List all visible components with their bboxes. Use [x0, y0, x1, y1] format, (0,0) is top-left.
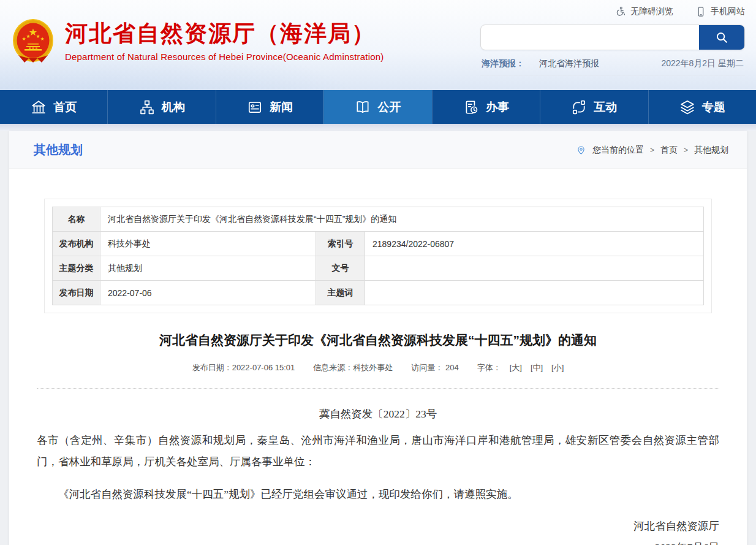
info-label-pubdate: 发布日期: [53, 281, 100, 305]
search-button[interactable]: [699, 25, 744, 50]
info-value-publisher: 科技外事处: [100, 232, 316, 256]
table-row: 主题分类 其他规划 文号: [53, 256, 704, 281]
open-book-icon: [355, 99, 371, 115]
national-emblem-icon: ★ ★ ★ ★ ★: [11, 17, 55, 67]
location-pin-icon: [576, 145, 586, 155]
nav-item-org[interactable]: 机构: [107, 90, 215, 124]
meta-visits-count: 204: [445, 363, 459, 372]
wheelchair-icon: [615, 6, 626, 17]
accessibility-link[interactable]: 无障碍浏览: [615, 6, 673, 17]
info-label-docnum: 文号: [316, 256, 365, 281]
forecast-link[interactable]: 河北省海洋预报: [539, 58, 599, 68]
info-value-name: 河北省自然资源厅关于印发《河北省自然资源科技发展“十四五”规划》的通知: [100, 207, 704, 232]
article-paragraph: 各市（含定州、辛集市）自然资源和规划局，秦皇岛、沧州市海洋和渔业局，唐山市海洋口…: [37, 430, 719, 473]
document-info-box: 名称 河北省自然资源厅关于印发《河北省自然资源科技发展“十四五”规划》的通知 发…: [44, 199, 712, 313]
main-nav: 首页 机构 新闻 公开 办事 互动 专题: [0, 90, 756, 124]
info-label-name: 名称: [53, 207, 100, 232]
breadcrumb-separator: >: [684, 146, 688, 154]
font-size-medium-button[interactable]: [中]: [531, 362, 543, 373]
article-signature-date: 2022年7月6日: [37, 537, 719, 545]
document-info-table: 名称 河北省自然资源厅关于印发《河北省自然资源科技发展“十四五”规划》的通知 发…: [52, 207, 704, 305]
breadcrumb: 您当前的位置 > 首页 > 其他规划: [576, 145, 728, 156]
nav-item-news[interactable]: 新闻: [216, 90, 323, 124]
meta-publish-date: 发布日期：2022-07-06 15:01: [192, 362, 295, 373]
nav-item-services[interactable]: 办事: [432, 90, 540, 124]
article-meta: 发布日期：2022-07-06 15:01 信息来源：科技外事处 访问量： 20…: [37, 362, 719, 373]
article-signature: 河北省自然资源厅: [37, 516, 719, 537]
breadcrumb-link-home[interactable]: 首页: [660, 145, 678, 156]
search-icon: [715, 31, 728, 44]
table-row: 发布日期 2022-07-06 主题词: [53, 281, 704, 305]
article-body: 冀自然资发〔2022〕23号 各市（含定州、辛集市）自然资源和规划局，秦皇岛、沧…: [37, 403, 719, 545]
nav-item-interact[interactable]: 互动: [540, 90, 648, 124]
article-title: 河北省自然资源厅关于印发《河北省自然资源科技发展“十四五”规划》的通知: [43, 332, 713, 349]
services-icon: [463, 99, 479, 115]
search-input[interactable]: [481, 25, 699, 50]
meta-divider: [37, 388, 719, 389]
nav-item-home[interactable]: 首页: [0, 90, 107, 124]
font-size-small-button[interactable]: [小]: [551, 362, 564, 373]
svg-text:★: ★: [40, 36, 44, 42]
info-value-category: 其他规划: [100, 256, 316, 281]
page-title: 其他规划: [34, 142, 83, 158]
news-icon: [247, 99, 263, 115]
table-row: 发布机构 科技外事处 索引号 2189234/2022-06807: [53, 232, 704, 256]
breadcrumb-location-label: 您当前的位置: [592, 145, 644, 156]
info-value-docnum: [365, 256, 704, 281]
nav-item-public[interactable]: 公开: [323, 90, 431, 124]
home-icon: [31, 99, 47, 115]
mobile-site-link[interactable]: 手机网站: [695, 6, 745, 17]
info-value-pubdate: 2022-07-06: [100, 281, 316, 305]
layers-icon: [679, 99, 695, 115]
search-bar: [480, 25, 745, 50]
svg-text:★: ★: [26, 34, 30, 39]
table-row: 名称 河北省自然资源厅关于印发《河北省自然资源科技发展“十四五”规划》的通知: [53, 207, 704, 232]
info-label-keywords: 主题词: [316, 281, 365, 305]
nav-item-topics[interactable]: 专题: [648, 90, 756, 124]
info-value-keywords: [365, 281, 704, 305]
interact-icon: [571, 99, 587, 115]
phone-icon: [695, 6, 706, 17]
document-number: 冀自然资发〔2022〕23号: [37, 403, 719, 425]
info-label-publisher: 发布机构: [53, 232, 100, 256]
info-label-index: 索引号: [316, 232, 365, 256]
breadcrumb-separator: >: [650, 146, 654, 154]
forecast-label: 海洋预报：: [482, 58, 524, 68]
info-label-category: 主题分类: [53, 256, 100, 281]
header-divider-band: [0, 124, 756, 131]
site-logo-link[interactable]: ★ ★ ★ ★ ★ 河北省自然资源厅（海洋局） Department o: [11, 0, 384, 75]
header-date: 2022年8月2日 星期二: [661, 58, 744, 69]
content-card: 其他规划 您当前的位置 > 首页 > 其他规划 名称 河北省自然资源厅关于印发《…: [9, 131, 747, 545]
meta-source: 信息来源：科技外事处: [313, 362, 393, 373]
site-title: 河北省自然资源厅（海洋局）: [65, 21, 384, 47]
meta-font-label: 字体：: [477, 362, 501, 373]
breadcrumb-link-current[interactable]: 其他规划: [694, 145, 728, 156]
org-chart-icon: [139, 99, 155, 115]
font-size-large-button[interactable]: [大]: [510, 362, 522, 373]
info-value-index: 2189234/2022-06807: [365, 232, 704, 256]
site-header: ★ ★ ★ ★ ★ 河北省自然资源厅（海洋局） Department o: [0, 0, 756, 90]
site-subtitle: Department of Natural Resources of Hebei…: [65, 51, 384, 62]
meta-visits-label: 访问量：: [411, 363, 443, 372]
article-paragraph: 《河北省自然资源科技发展“十四五”规划》已经厅党组会审议通过，现印发给你们，请遵…: [37, 484, 719, 505]
